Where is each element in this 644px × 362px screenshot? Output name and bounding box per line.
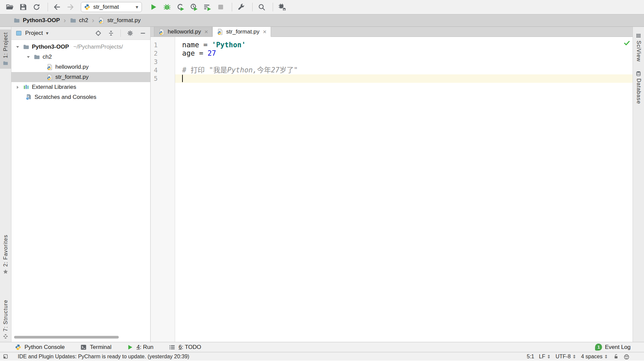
- tool-window-switcher-icon[interactable]: [3, 354, 8, 359]
- terminal-button[interactable]: Terminal: [80, 344, 111, 351]
- debug-button[interactable]: [161, 1, 173, 13]
- editor-tab-bar: helloworld.py × str_format.py ×: [151, 27, 633, 37]
- code-token: 岁了": [279, 66, 298, 74]
- folder-icon: [13, 17, 20, 24]
- tool-stripe-label: 1: Project: [3, 32, 9, 58]
- save-all-button[interactable]: [17, 1, 29, 13]
- chevron-down-icon: ▾: [136, 4, 138, 10]
- stop-button[interactable]: [215, 1, 226, 13]
- chevron-expanded-icon[interactable]: [25, 54, 31, 60]
- tree-row-helloworld[interactable]: helloworld.py: [11, 62, 150, 72]
- event-log-button[interactable]: 1 Event Log: [595, 344, 631, 351]
- close-icon[interactable]: ×: [263, 28, 267, 35]
- folder-icon: [34, 54, 40, 60]
- back-button[interactable]: [51, 1, 63, 13]
- line-number[interactable]: 1: [151, 41, 158, 49]
- tree-node-label: External Libraries: [32, 84, 76, 90]
- line-separator-widget[interactable]: LF ⇕: [539, 354, 551, 360]
- tool-button-label: 6: TODO: [178, 344, 201, 351]
- tree-row-scratches[interactable]: Scratches and Consoles: [11, 92, 150, 102]
- tool-stripe-label: 7: Structure: [3, 300, 9, 331]
- close-icon[interactable]: ×: [204, 28, 208, 35]
- breadcrumb-item-file[interactable]: str_format.py: [98, 17, 141, 24]
- code-area[interactable]: name = 'Python'age = 27# 打印 "我是Python,今年…: [175, 37, 633, 342]
- todo-tool-window-button[interactable]: 6: TODO: [169, 344, 201, 351]
- tool-stripe-label: SciView: [636, 41, 642, 62]
- status-message[interactable]: IDE and Plugin Updates: PyCharm is ready…: [18, 354, 189, 360]
- chevron-collapsed-icon[interactable]: [15, 84, 20, 90]
- search-everywhere-button[interactable]: [256, 1, 267, 13]
- code-line[interactable]: [175, 74, 633, 83]
- tool-button-label: 4: Run: [137, 344, 153, 351]
- line-number[interactable]: 3: [151, 58, 158, 66]
- gear-icon[interactable]: [127, 30, 133, 37]
- breadcrumb-item-project[interactable]: Python3-OOP: [13, 17, 60, 24]
- run-with-configuration-button[interactable]: [202, 1, 213, 13]
- inspections-ok-check-icon[interactable]: [624, 40, 630, 46]
- open-folder-icon: [6, 3, 14, 11]
- project-view-icon: [15, 30, 22, 37]
- tool-stripe-favorites[interactable]: 2: Favorites: [0, 232, 11, 277]
- forward-button[interactable]: [65, 1, 76, 13]
- tree-row-external-libraries[interactable]: External Libraries: [11, 82, 150, 92]
- project-panel-title[interactable]: Project: [25, 30, 43, 37]
- run-with-coverage-button[interactable]: [175, 1, 186, 13]
- line-number[interactable]: 4: [151, 66, 158, 74]
- run-button[interactable]: [148, 1, 159, 13]
- chevron-expanded-icon[interactable]: [15, 44, 20, 50]
- tool-stripe-sciview[interactable]: SciView: [636, 33, 642, 62]
- todo-list-icon: [169, 344, 175, 351]
- code-token: ,: [253, 66, 257, 74]
- tree-row-ch2[interactable]: ch2: [11, 52, 150, 62]
- tree-row-project-root[interactable]: Python3-OOP ~/PycharmProjects/: [11, 42, 150, 52]
- encoding-widget[interactable]: UTF-8 ⇕: [555, 354, 576, 360]
- python-console-button[interactable]: Python Console: [15, 344, 65, 351]
- hector-inspector-icon[interactable]: [623, 353, 630, 360]
- locate-crosshair-icon[interactable]: [95, 30, 102, 37]
- unlock-icon[interactable]: [613, 354, 619, 359]
- tab-str-format[interactable]: str_format.py ×: [212, 27, 271, 37]
- indent-widget[interactable]: 4 spaces ⇕: [581, 354, 608, 360]
- caret-position-widget[interactable]: 5:1: [527, 354, 534, 360]
- editor-area: helloworld.py × str_format.py × 12345 na…: [151, 27, 633, 342]
- code-line[interactable]: age = 27: [175, 49, 633, 58]
- open-button[interactable]: [4, 1, 15, 13]
- editor-gutter[interactable]: 12345: [151, 37, 175, 342]
- code-line[interactable]: # 打印 "我是Python,今年27岁了": [175, 66, 633, 74]
- breadcrumb-label: Python3-OOP: [23, 17, 60, 24]
- hide-panel-icon[interactable]: [140, 30, 146, 37]
- synchronize-button[interactable]: [31, 1, 42, 13]
- settings-button[interactable]: [235, 1, 247, 13]
- line-number[interactable]: 2: [151, 49, 158, 58]
- code-token: 27: [271, 66, 279, 74]
- chevron-right-icon: ›: [64, 16, 66, 23]
- tree-row-str-format[interactable]: str_format.py: [11, 72, 150, 82]
- sdk-manager-button[interactable]: [276, 1, 288, 13]
- run-icon: [127, 344, 133, 351]
- run-configuration-select[interactable]: str_format ▾: [81, 2, 142, 12]
- tab-helloworld[interactable]: helloworld.py ×: [154, 27, 212, 37]
- project-panel-header: Project ▾: [11, 27, 150, 40]
- profile-button[interactable]: [188, 1, 200, 13]
- line-number[interactable]: 5: [151, 74, 158, 83]
- horizontal-scrollbar[interactable]: [14, 336, 119, 339]
- breadcrumb-item-folder[interactable]: ch2: [70, 17, 88, 24]
- code-line[interactable]: [175, 58, 633, 66]
- code-token: age =: [182, 49, 208, 57]
- folder-icon: [3, 60, 8, 66]
- tool-button-label: Terminal: [90, 344, 111, 351]
- tree-node-path: ~/PycharmProjects/: [73, 44, 123, 50]
- run-tool-window-button[interactable]: 4: Run: [127, 344, 153, 351]
- tool-stripe-database[interactable]: Database: [636, 71, 642, 104]
- libraries-icon: [23, 84, 30, 90]
- tool-stripe-label: Database: [636, 78, 642, 104]
- back-arrow-icon: [53, 3, 61, 11]
- code-line[interactable]: name = 'Python': [175, 41, 633, 49]
- collapse-all-icon[interactable]: [108, 30, 114, 37]
- text-caret: [182, 75, 183, 82]
- code-editor[interactable]: 12345 name = 'Python'age = 27# 打印 "我是Pyt…: [151, 37, 633, 342]
- chevron-down-icon[interactable]: ▾: [46, 30, 49, 36]
- tool-stripe-structure[interactable]: 7: Structure: [0, 297, 11, 342]
- tool-stripe-label: 2: Favorites: [3, 235, 9, 267]
- tool-stripe-project[interactable]: 1: Project: [0, 29, 11, 69]
